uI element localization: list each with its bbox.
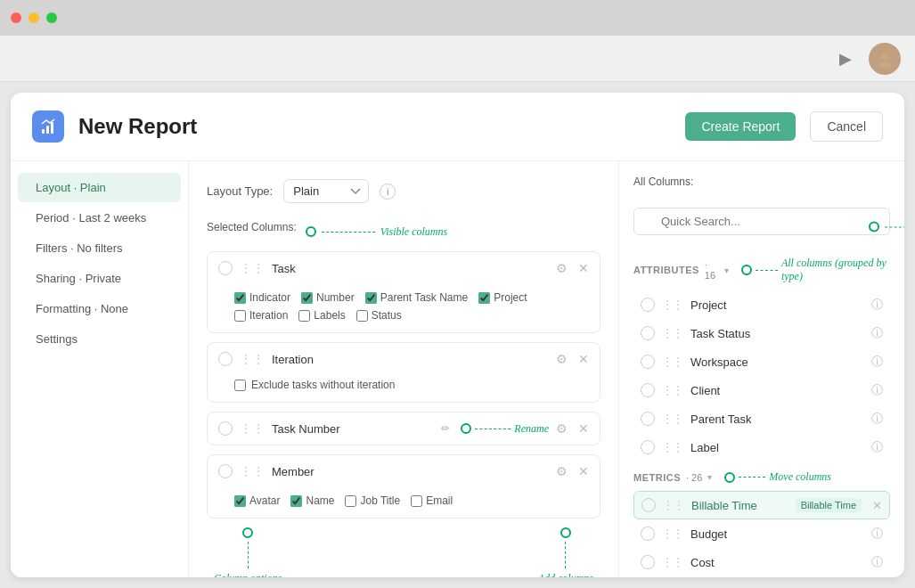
attr-client-item[interactable]: ⋮⋮ Client ⓘ <box>633 376 890 404</box>
metric-budget-info-icon[interactable]: ⓘ <box>871 526 883 542</box>
task-card-header[interactable]: ⋮⋮ Task ⚙ ✕ <box>208 252 600 284</box>
task-number-drag-handle[interactable]: ⋮⋮ <box>240 421 265 436</box>
attr-workspace-checkbox[interactable] <box>641 355 655 369</box>
task-card-checkbox[interactable] <box>218 261 233 275</box>
metric-budget-drag[interactable]: ⋮⋮ <box>662 527 683 540</box>
task-number-card-header[interactable]: ⋮⋮ Task Number ✏ Rename ⚙ ✕ <box>208 412 600 445</box>
cancel-button[interactable]: Cancel <box>810 111 883 142</box>
layout-type-select[interactable]: PlainGroupedSummary <box>283 179 369 203</box>
attr-parenttask-item[interactable]: ⋮⋮ Parent Task ⓘ <box>633 404 890 433</box>
task-number-settings-icon[interactable]: ⚙ <box>556 421 568 436</box>
attr-taskstatus-info-icon[interactable]: ⓘ <box>871 325 883 341</box>
metric-billabletime-drag[interactable]: ⋮⋮ <box>663 499 684 511</box>
task-number-card-checkbox[interactable] <box>218 421 233 436</box>
metric-billabletime-close-icon[interactable]: ✕ <box>872 499 882 512</box>
attr-project-drag[interactable]: ⋮⋮ <box>662 298 683 311</box>
sidebar-item-formatting[interactable]: Formatting · None <box>18 294 181 323</box>
member-jobtitle-checkbox[interactable]: Job Title <box>345 494 400 507</box>
topbar: ▶ <box>0 36 915 82</box>
member-card-title: Member <box>272 465 545 478</box>
task-indicator-checkbox[interactable]: Indicator <box>234 291 290 304</box>
member-card-header[interactable]: ⋮⋮ Member ⚙ ✕ <box>208 455 600 487</box>
search-input[interactable] <box>633 208 890 235</box>
attr-client-info-icon[interactable]: ⓘ <box>871 382 883 398</box>
sidebar-item-layout[interactable]: Layout · Plain <box>18 173 181 202</box>
task-labels-checkbox[interactable]: Labels <box>298 309 345 322</box>
sidebar-item-period[interactable]: Period · Last 2 weeks <box>18 203 181 233</box>
layout-info-icon[interactable]: i <box>380 184 396 200</box>
attr-taskstatus-item[interactable]: ⋮⋮ Task Status ⓘ <box>633 319 890 347</box>
create-report-button[interactable]: Create Report <box>685 112 796 141</box>
task-number-checkbox[interactable]: Number <box>301 291 355 304</box>
member-avatar-checkbox[interactable]: Avatar <box>234 494 280 507</box>
attr-label-info-icon[interactable]: ⓘ <box>871 439 883 455</box>
sidebar-item-filters[interactable]: Filters · No filters <box>18 233 181 263</box>
member-email-checkbox[interactable]: Email <box>411 494 453 507</box>
task-close-icon[interactable]: ✕ <box>578 261 589 275</box>
rename-circle <box>461 423 471 434</box>
rename-pen-icon[interactable]: ✏ <box>441 422 450 435</box>
metric-cost-name: Cost <box>690 556 864 569</box>
metrics-chevron-icon[interactable]: ▾ <box>707 472 712 482</box>
task-iteration-checkbox[interactable]: Iteration <box>234 309 288 322</box>
dot-green[interactable] <box>46 12 57 23</box>
svg-rect-2 <box>42 129 45 134</box>
metric-budget-checkbox[interactable] <box>641 527 655 541</box>
attr-label-item[interactable]: ⋮⋮ Label ⓘ <box>633 433 890 461</box>
member-drag-handle[interactable]: ⋮⋮ <box>240 464 265 478</box>
task-status-checkbox[interactable]: Status <box>356 309 402 322</box>
attr-project-checkbox[interactable] <box>641 298 655 312</box>
add-cols-annotation: Add columns <box>538 572 593 577</box>
sidebar-item-sharing[interactable]: Sharing · Private <box>18 264 181 293</box>
attr-taskstatus-drag[interactable]: ⋮⋮ <box>662 327 683 339</box>
exclude-label: Exclude tasks without iteration <box>251 379 395 391</box>
attr-project-item[interactable]: ⋮⋮ Project ⓘ <box>633 290 890 319</box>
metric-cost-info-icon[interactable]: ⓘ <box>871 554 883 570</box>
iteration-card-checkbox[interactable] <box>218 352 233 366</box>
member-column-card: ⋮⋮ Member ⚙ ✕ Avatar Name Job Title <box>207 454 600 519</box>
dot-yellow[interactable] <box>29 12 39 23</box>
task-number-column-card: ⋮⋮ Task Number ✏ Rename ⚙ ✕ <box>207 412 600 445</box>
attributes-chevron-icon[interactable]: ▾ <box>724 265 729 275</box>
task-settings-icon[interactable]: ⚙ <box>556 261 568 275</box>
member-card-checkbox[interactable] <box>218 464 233 478</box>
metric-billabletime-item[interactable]: ⋮⋮ Billable Time Billable Time ✕ <box>633 491 890 519</box>
attr-parenttask-info-icon[interactable]: ⓘ <box>871 411 883 427</box>
member-settings-icon[interactable]: ⚙ <box>556 464 568 478</box>
sidebar-item-settings[interactable]: Settings <box>18 324 181 354</box>
metric-billabletime-checkbox[interactable] <box>641 498 656 512</box>
task-project-checkbox[interactable]: Project <box>478 291 527 304</box>
sidebar: Layout · PlainPeriod · Last 2 weeksFilte… <box>11 161 189 577</box>
member-name-checkbox[interactable]: Name <box>290 494 334 507</box>
attr-label-name: Label <box>690 441 864 454</box>
task-number-card-title: Task Number <box>272 422 430 436</box>
task-number-close-icon[interactable]: ✕ <box>578 421 589 436</box>
attr-workspace-item[interactable]: ⋮⋮ Workspace ⓘ <box>633 347 890 376</box>
metric-budget-item[interactable]: ⋮⋮ Budget ⓘ <box>633 519 890 548</box>
attr-project-info-icon[interactable]: ⓘ <box>871 297 883 313</box>
task-drag-handle[interactable]: ⋮⋮ <box>240 261 265 275</box>
metric-cost-item[interactable]: ⋮⋮ Cost ⓘ <box>633 548 890 576</box>
attr-parenttask-checkbox[interactable] <box>641 412 655 426</box>
iteration-settings-icon[interactable]: ⚙ <box>556 352 568 366</box>
attr-client-drag[interactable]: ⋮⋮ <box>662 384 683 396</box>
attr-client-checkbox[interactable] <box>641 383 655 397</box>
attr-label-checkbox[interactable] <box>641 440 655 454</box>
search-row: 🔍 Search a column <box>633 208 890 246</box>
attributes-section-header: ATTRIBUTES · 16 ▾ All columns (grouped b… <box>633 257 890 283</box>
metric-cost-drag[interactable]: ⋮⋮ <box>662 556 683 568</box>
iteration-close-icon[interactable]: ✕ <box>578 352 589 366</box>
dot-red[interactable] <box>11 12 21 23</box>
iteration-card-header[interactable]: ⋮⋮ Iteration ⚙ ✕ <box>208 343 600 375</box>
attr-label-drag[interactable]: ⋮⋮ <box>662 441 683 453</box>
attr-workspace-drag[interactable]: ⋮⋮ <box>662 355 683 368</box>
iteration-drag-handle[interactable]: ⋮⋮ <box>240 352 265 366</box>
member-close-icon[interactable]: ✕ <box>578 464 589 478</box>
metric-cost-checkbox[interactable] <box>641 555 655 569</box>
attr-workspace-info-icon[interactable]: ⓘ <box>871 354 883 370</box>
attr-parenttask-drag[interactable]: ⋮⋮ <box>662 412 683 425</box>
play-button[interactable]: ▶ <box>833 46 858 71</box>
task-parent-name-checkbox[interactable]: Parent Task Name <box>365 291 469 304</box>
attr-taskstatus-checkbox[interactable] <box>641 326 655 340</box>
exclude-iteration-checkbox[interactable] <box>234 380 246 391</box>
